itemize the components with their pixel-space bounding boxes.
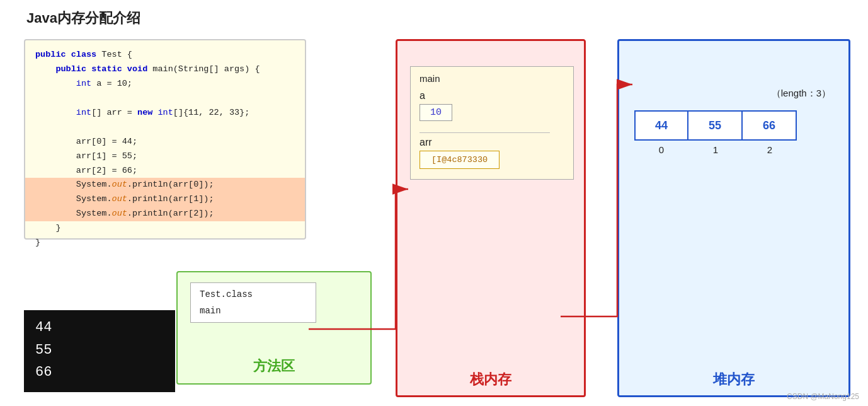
- code-line-9: arr[2] = 66;: [35, 164, 295, 178]
- code-line-3: int a = 10;: [35, 77, 295, 91]
- main-frame: main a 10 arr [I@4c873330: [410, 66, 574, 180]
- code-line-11-highlighted: System.out.println(arr[1]);: [25, 192, 305, 207]
- length-label: （length：3）: [772, 88, 831, 100]
- stack-label: 栈内存: [470, 370, 511, 389]
- main-method-label: main: [200, 306, 307, 316]
- watermark: CSDN @MaNong125: [787, 392, 859, 401]
- frame-title: main: [420, 73, 564, 84]
- output-line-2: 55: [35, 339, 164, 361]
- code-line-14: }: [35, 236, 295, 250]
- array-index-1: 1: [688, 144, 743, 155]
- code-line-5: int[] arr = new int[]{11, 22, 33};: [35, 106, 295, 120]
- stack-area: main a 10 arr [I@4c873330 栈内存: [396, 39, 586, 397]
- code-line-4: [35, 91, 295, 106]
- output-box: 44 55 66: [24, 310, 175, 392]
- output-line-1: 44: [35, 316, 164, 339]
- class-name-label: Test.class: [200, 289, 307, 299]
- array-index-2: 2: [743, 144, 797, 155]
- method-area-box: Test.class main 方法区: [176, 271, 372, 385]
- code-line-6: [35, 120, 295, 135]
- heap-area: （length：3） 44 55 66 0 1 2 堆内存: [617, 39, 850, 397]
- array-cell-2: 66: [743, 110, 797, 141]
- heap-array: 44 55 66: [634, 110, 797, 141]
- array-cell-0: 44: [634, 110, 688, 141]
- output-line-3: 66: [35, 361, 164, 383]
- array-cell-1: 55: [688, 110, 743, 141]
- code-line-2: public static void main(String[] args) {: [35, 62, 295, 77]
- code-line-13: }: [35, 221, 295, 236]
- method-inner-box: Test.class main: [190, 282, 316, 323]
- array-indices: 0 1 2: [634, 144, 797, 155]
- array-index-0: 0: [634, 144, 688, 155]
- var-a-value: 10: [420, 104, 452, 121]
- var-arr-value: [I@4c873330: [420, 151, 500, 169]
- page-title: Java内存分配介绍: [26, 9, 140, 28]
- code-line-8: arr[1] = 55;: [35, 149, 295, 164]
- separator: [420, 132, 550, 133]
- heap-label: 堆内存: [713, 370, 755, 389]
- code-line-12-highlighted: System.out.println(arr[2]);: [25, 207, 305, 221]
- var-arr-label: arr: [420, 137, 564, 148]
- code-line-1: public class Test {: [35, 48, 295, 62]
- code-line-7: arr[0] = 44;: [35, 135, 295, 149]
- code-box: public class Test { public static void m…: [24, 39, 306, 240]
- var-a-label: a: [420, 90, 564, 102]
- method-area-label: 方法区: [253, 357, 295, 376]
- code-line-10-highlighted: System.out.println(arr[0]);: [25, 178, 305, 192]
